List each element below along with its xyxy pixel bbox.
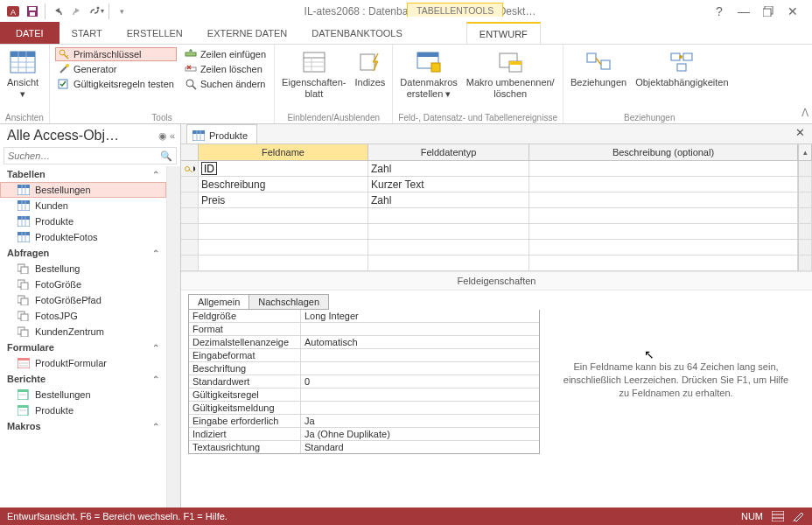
property-value[interactable] bbox=[301, 388, 539, 401]
row-selector[interactable] bbox=[181, 256, 199, 271]
nav-search[interactable]: 🔍 bbox=[4, 147, 177, 164]
property-row[interactable]: Gültigkeitsregel bbox=[189, 388, 539, 402]
nav-item[interactable]: KundenZentrum bbox=[0, 324, 166, 340]
description-cell[interactable] bbox=[529, 240, 798, 256]
view-button[interactable]: Ansicht▾ bbox=[5, 47, 40, 99]
col-header-description[interactable]: Beschreibung (optional) bbox=[529, 144, 798, 161]
grid-scrollbar[interactable] bbox=[798, 256, 812, 271]
field-name-cell[interactable]: Preis bbox=[199, 192, 368, 208]
row-selector[interactable] bbox=[181, 224, 199, 240]
property-row[interactable]: Gültigkeitsmeldung bbox=[189, 402, 539, 415]
data-type-cell[interactable] bbox=[368, 240, 529, 256]
minimize-icon[interactable]: — bbox=[733, 1, 754, 22]
col-header-datatype[interactable]: Felddatentyp bbox=[368, 144, 529, 161]
view-shortcut-datasheet[interactable] bbox=[772, 511, 784, 522]
qat-customize-icon[interactable]: ▾ bbox=[112, 2, 131, 21]
save-icon[interactable] bbox=[23, 2, 42, 21]
field-name-cell[interactable]: ID bbox=[199, 161, 368, 177]
row-selector[interactable] bbox=[181, 177, 199, 192]
nav-item[interactable]: Bestellung bbox=[0, 261, 166, 276]
field-row[interactable]: BeschreibungKurzer Text bbox=[181, 177, 812, 192]
tab-start[interactable]: START bbox=[60, 22, 115, 44]
description-cell[interactable] bbox=[529, 192, 798, 208]
property-row[interactable]: IndiziertJa (Ohne Duplikate) bbox=[189, 428, 539, 441]
grid-scrollbar[interactable] bbox=[798, 208, 812, 224]
nav-title[interactable]: Alle Access-Obj… bbox=[7, 128, 156, 144]
nav-category[interactable]: Makros⌃ bbox=[0, 418, 166, 434]
nav-item[interactable]: FotoGrößePfad bbox=[0, 292, 166, 308]
property-row[interactable]: Format bbox=[189, 323, 539, 336]
nav-item[interactable]: FotosJPG bbox=[0, 308, 166, 324]
row-selector[interactable] bbox=[181, 192, 199, 208]
data-type-cell[interactable] bbox=[368, 256, 529, 271]
document-tab-produkte[interactable]: Produkte bbox=[186, 124, 257, 144]
grid-scrollbar[interactable] bbox=[798, 161, 812, 177]
nav-item[interactable]: Kunden bbox=[0, 198, 166, 214]
description-cell[interactable] bbox=[529, 177, 798, 192]
property-value[interactable]: Ja (Ohne Duplikate) bbox=[301, 428, 539, 440]
data-type-cell[interactable]: Zahl bbox=[368, 192, 529, 208]
test-rules-button[interactable]: Gültigkeitsregeln testen bbox=[55, 77, 177, 91]
field-name-cell[interactable] bbox=[199, 224, 368, 240]
description-cell[interactable] bbox=[529, 161, 798, 177]
search-input[interactable] bbox=[8, 150, 160, 161]
field-row[interactable]: PreisZahl bbox=[181, 192, 812, 208]
grid-scrollbar[interactable] bbox=[798, 240, 812, 256]
redo-icon[interactable] bbox=[67, 2, 87, 21]
grid-scroll-up[interactable]: ▴ bbox=[798, 144, 812, 161]
property-row[interactable]: Beschriftung bbox=[189, 362, 539, 375]
nav-item[interactable]: Bestellungen bbox=[0, 387, 166, 402]
field-row[interactable]: IDZahl bbox=[181, 161, 812, 177]
property-value[interactable] bbox=[301, 362, 539, 374]
help-icon[interactable]: ? bbox=[709, 1, 730, 22]
relationships-button[interactable]: Beziehungen bbox=[569, 47, 628, 88]
nav-dropdown-icon[interactable]: ◉ bbox=[156, 130, 170, 142]
tab-file[interactable]: DATEI bbox=[0, 22, 60, 44]
data-type-cell[interactable] bbox=[368, 208, 529, 224]
nav-item[interactable]: ProdukteFotos bbox=[0, 229, 166, 245]
tab-external-data[interactable]: EXTERNE DATEN bbox=[195, 22, 299, 44]
primary-key-button[interactable]: Primärschlüssel bbox=[55, 47, 177, 61]
property-row[interactable]: Standardwert0 bbox=[189, 375, 539, 388]
tab-lookup[interactable]: Nachschlagen bbox=[249, 294, 329, 310]
close-document-icon[interactable]: ✕ bbox=[788, 124, 812, 144]
row-selector[interactable] bbox=[181, 240, 199, 256]
restore-icon[interactable] bbox=[758, 1, 779, 22]
insert-rows-button[interactable]: Zeilen einfügen bbox=[182, 47, 269, 61]
nav-category[interactable]: Abfragen⌃ bbox=[0, 245, 166, 261]
builder-button[interactable]: Generator bbox=[55, 62, 177, 76]
field-row[interactable] bbox=[181, 208, 812, 224]
rename-macro-button[interactable]: Makro umbenennen/ löschen bbox=[465, 47, 556, 99]
nav-category[interactable]: Berichte⌃ bbox=[0, 371, 166, 387]
grid-scrollbar[interactable] bbox=[798, 192, 812, 208]
grid-scrollbar[interactable] bbox=[798, 177, 812, 192]
object-deps-button[interactable]: Objektabhängigkeiten bbox=[634, 47, 730, 88]
field-row[interactable] bbox=[181, 256, 812, 271]
property-value[interactable] bbox=[301, 323, 539, 335]
nav-category[interactable]: Tabellen⌃ bbox=[0, 166, 166, 182]
property-value[interactable]: Ja bbox=[301, 415, 539, 427]
nav-item[interactable]: Bestellungen bbox=[0, 182, 166, 198]
data-type-cell[interactable]: Zahl bbox=[368, 161, 529, 177]
field-name-cell[interactable] bbox=[199, 208, 368, 224]
property-row[interactable]: Eingabeformat bbox=[189, 349, 539, 362]
tab-design[interactable]: ENTWURF bbox=[466, 22, 541, 44]
field-name-cell[interactable]: Beschreibung bbox=[199, 177, 368, 192]
field-name-cell[interactable] bbox=[199, 256, 368, 271]
field-name-cell[interactable] bbox=[199, 240, 368, 256]
property-row[interactable]: TextausrichtungStandard bbox=[189, 441, 539, 453]
data-type-cell[interactable] bbox=[368, 224, 529, 240]
property-value[interactable]: Automatisch bbox=[301, 336, 539, 348]
nav-scrollbar[interactable] bbox=[166, 166, 180, 508]
view-shortcut-design[interactable] bbox=[793, 511, 805, 522]
nav-item[interactable]: ProduktFormular bbox=[0, 355, 166, 371]
property-value[interactable] bbox=[301, 349, 539, 361]
description-cell[interactable] bbox=[529, 208, 798, 224]
data-macros-button[interactable]: Datenmakros erstellen ▾ bbox=[398, 47, 458, 99]
collapse-ribbon-icon[interactable]: ᐱ bbox=[802, 107, 808, 119]
nav-item[interactable]: Produkte bbox=[0, 402, 166, 418]
property-value[interactable]: 0 bbox=[301, 375, 539, 388]
tab-db-tools[interactable]: DATENBANKTOOLS bbox=[299, 22, 415, 44]
property-value[interactable]: Long Integer bbox=[301, 310, 539, 322]
row-selector[interactable] bbox=[181, 161, 199, 177]
